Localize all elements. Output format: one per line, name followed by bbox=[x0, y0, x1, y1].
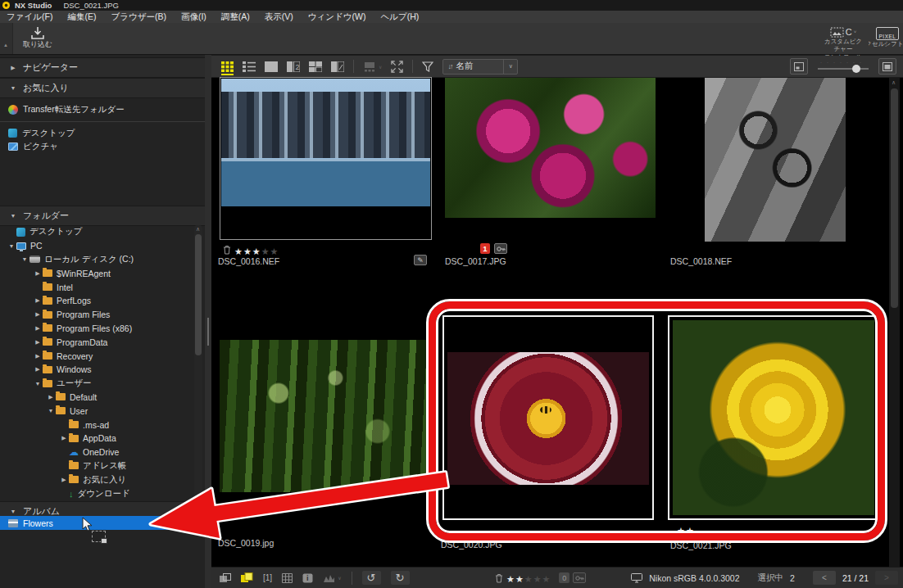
protect-key-icon[interactable] bbox=[573, 572, 586, 583]
thumbnail-cell-dsc0017[interactable] bbox=[445, 78, 656, 218]
folder-tree-item[interactable]: ▶$WinREAgent bbox=[0, 266, 193, 280]
star-icon[interactable]: ★ bbox=[252, 247, 261, 256]
menu-item-6[interactable]: ウィンドウ(W) bbox=[308, 11, 366, 23]
image-view-button[interactable] bbox=[265, 61, 278, 72]
folder-tree-item[interactable]: ▶Windows bbox=[0, 363, 193, 377]
filmstrip-position-button[interactable]: ∨ bbox=[363, 61, 382, 72]
frame-number-icon[interactable]: [1] bbox=[263, 573, 272, 582]
thumbnail-grid-view-button[interactable] bbox=[221, 61, 234, 75]
star-icon[interactable]: ★ bbox=[234, 247, 243, 256]
folder-tree-item[interactable]: Intel bbox=[0, 280, 193, 294]
favorite-pictures[interactable]: ピクチャ bbox=[0, 139, 205, 153]
compare-stack-icon[interactable] bbox=[220, 573, 231, 583]
expander-closed-icon[interactable]: ▶ bbox=[33, 339, 43, 346]
folder-tree-item[interactable]: ▶Default bbox=[0, 391, 193, 405]
folders-section-header[interactable]: ▼フォルダー bbox=[0, 206, 205, 226]
navigator-section-header[interactable]: ▶ナビゲーター bbox=[0, 57, 205, 78]
compare-2-view-button[interactable]: 2 bbox=[287, 61, 300, 72]
favorite-desktop[interactable]: デスクトップ bbox=[0, 126, 205, 140]
slider-handle[interactable] bbox=[852, 65, 860, 73]
favorite-transfer-folder[interactable]: Transfer転送先フォルダー bbox=[0, 102, 205, 116]
folder-tree-item[interactable]: ▶Recovery bbox=[0, 349, 193, 363]
folder-tree-scroll-thumb[interactable] bbox=[195, 234, 202, 355]
delete-marker-icon[interactable] bbox=[495, 573, 503, 583]
folder-tree-item[interactable]: ↓ダウンロード bbox=[0, 486, 193, 500]
menu-item-5[interactable]: 表示(V) bbox=[265, 11, 293, 23]
rotate-left-button[interactable]: ↺ bbox=[362, 571, 381, 585]
info-icon[interactable]: i bbox=[302, 573, 313, 583]
expander-closed-icon[interactable]: ▶ bbox=[33, 311, 43, 318]
next-image-button[interactable]: > bbox=[875, 571, 898, 585]
expander-closed-icon[interactable]: ▶ bbox=[33, 297, 43, 304]
thumbnail-list-view-button[interactable] bbox=[243, 61, 256, 72]
panel-splitter[interactable] bbox=[205, 55, 211, 588]
expander-open-icon[interactable]: ▼ bbox=[46, 408, 56, 414]
thumbnail-cell-dsc0019[interactable] bbox=[220, 340, 430, 492]
menu-item-1[interactable]: 編集(E) bbox=[67, 11, 96, 23]
thumbnail-size-large-button[interactable] bbox=[878, 58, 896, 75]
star-icon[interactable]: ★ bbox=[524, 574, 533, 584]
star-icon[interactable]: ★ bbox=[270, 247, 279, 256]
expander-open-icon[interactable]: ▼ bbox=[7, 243, 16, 249]
color-label-badge[interactable]: 1 bbox=[480, 243, 490, 254]
previous-image-button[interactable]: < bbox=[813, 571, 836, 585]
folder-tree-item[interactable]: アドレス帳 bbox=[0, 459, 193, 473]
histogram-icon[interactable]: ∨ bbox=[323, 573, 341, 583]
menu-item-7[interactable]: ヘルプ(H) bbox=[380, 11, 419, 23]
image-and-thumbnails-view-button[interactable] bbox=[309, 61, 322, 72]
folder-tree-item[interactable]: ☁OneDrive bbox=[0, 446, 193, 459]
grid-scrollbar[interactable]: ∧ bbox=[889, 78, 900, 567]
folder-tree-item[interactable]: ▼ローカル ディスク (C:) bbox=[0, 253, 193, 267]
expander-closed-icon[interactable]: ▶ bbox=[59, 435, 69, 441]
folder-tree-item[interactable]: ▼ユーザー bbox=[0, 377, 193, 391]
folder-tree-item[interactable]: ▶ProgramData bbox=[0, 335, 193, 349]
folder-tree-item[interactable]: デスクトップ bbox=[0, 225, 193, 239]
thumbnail-size-slider[interactable]: ······· bbox=[817, 61, 869, 73]
import-button[interactable]: 取り込む bbox=[20, 26, 56, 48]
grid-scroll-thumb[interactable] bbox=[891, 88, 898, 308]
star-icon[interactable]: ★ bbox=[533, 574, 542, 584]
star-icon[interactable]: ★ bbox=[506, 574, 515, 584]
sort-dropdown[interactable]: ↓↑ 名前 ∨ bbox=[442, 59, 518, 75]
folder-tree-scrollbar[interactable]: ∧ ∨ bbox=[194, 225, 202, 502]
protected-key-icon[interactable] bbox=[494, 243, 507, 254]
star-icon[interactable]: ★ bbox=[515, 574, 524, 584]
expander-closed-icon[interactable]: ▶ bbox=[46, 394, 56, 400]
expander-open-icon[interactable]: ▼ bbox=[33, 381, 43, 387]
menu-item-0[interactable]: ファイル(F) bbox=[7, 11, 52, 23]
fullscreen-button[interactable] bbox=[391, 61, 403, 73]
slider-track[interactable] bbox=[818, 68, 869, 70]
color-label-zero-icon[interactable]: 0 bbox=[559, 572, 569, 583]
expander-closed-icon[interactable]: ▶ bbox=[33, 325, 43, 332]
star-icon[interactable]: ★ bbox=[243, 247, 252, 256]
image-with-adjustments-view-button[interactable] bbox=[331, 61, 344, 72]
thumbnail-cell-dsc0018[interactable] bbox=[705, 78, 846, 242]
menu-item-2[interactable]: ブラウザー(B) bbox=[111, 11, 166, 23]
menu-item-3[interactable]: 画像(I) bbox=[181, 11, 206, 23]
favorites-section-header[interactable]: ▼お気に入り bbox=[0, 78, 205, 98]
folder-tree-item[interactable]: ▶PerfLogs bbox=[0, 294, 193, 308]
folder-tree-item[interactable]: ▼PC bbox=[0, 239, 193, 253]
star-icon[interactable]: ★ bbox=[261, 247, 270, 256]
expander-closed-icon[interactable]: ▶ bbox=[33, 270, 43, 277]
thumbnail-cell-dsc0016[interactable] bbox=[220, 77, 432, 240]
rating-stars[interactable]: ★★★★★ bbox=[506, 571, 551, 586]
filter-button[interactable] bbox=[422, 61, 433, 72]
star-icon[interactable]: ★ bbox=[542, 574, 551, 584]
copy-adjustments-icon[interactable] bbox=[241, 572, 253, 583]
rotate-right-button[interactable]: ↻ bbox=[391, 571, 410, 585]
expander-closed-icon[interactable]: ▶ bbox=[59, 477, 69, 483]
folder-tree-item[interactable]: ▶AppData bbox=[0, 432, 193, 446]
expander-open-icon[interactable]: ▼ bbox=[20, 256, 29, 262]
folder-tree-item[interactable]: ▶Program Files bbox=[0, 308, 193, 322]
menu-item-4[interactable]: 調整(A) bbox=[221, 11, 250, 23]
pixel-shift-button[interactable]: PIXEL ピクセルシフト合成 bbox=[869, 27, 903, 47]
thumbnail-size-small-button[interactable] bbox=[790, 58, 808, 75]
folder-tree-item[interactable]: ▶お気に入り bbox=[0, 473, 193, 486]
toolbar-collapse-strip[interactable]: ▲ bbox=[0, 23, 13, 54]
delete-marker-icon[interactable] bbox=[223, 245, 231, 255]
folder-tree-item[interactable]: ▶Program Files (x86) bbox=[0, 322, 193, 336]
album-item-flowers[interactable]: Flowers bbox=[0, 516, 203, 530]
folder-tree-item[interactable]: ▼User bbox=[0, 404, 193, 418]
expander-closed-icon[interactable]: ▶ bbox=[33, 353, 43, 360]
